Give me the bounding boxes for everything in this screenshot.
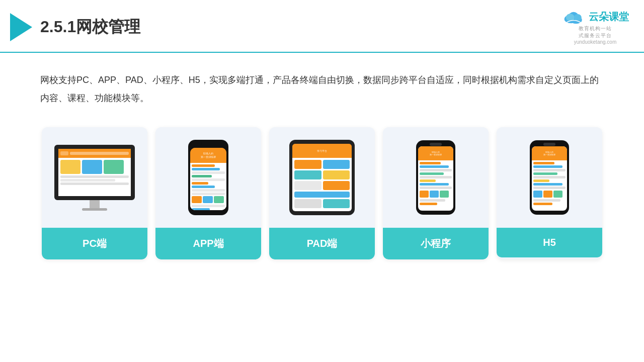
app-phone: 职场人的第一堂训练课 xyxy=(188,140,228,215)
tablet-screen: 学习平台 xyxy=(292,144,352,211)
pad-tablet: 学习平台 xyxy=(289,140,355,215)
logo-sub-text: 教育机构一站 式服务云平台 xyxy=(579,25,612,39)
card-mini-image: 职场人的第一堂训练课 xyxy=(383,127,489,228)
card-h5-label: H5 xyxy=(497,228,602,257)
h5-phone: 职场人的第一堂训练课 xyxy=(530,140,569,215)
card-app: 职场人的第一堂训练课 xyxy=(155,127,261,259)
monitor-screen xyxy=(54,145,135,200)
page-title: 2.5.1网校管理 xyxy=(40,16,140,38)
logo-domain: yunduoketang.com xyxy=(574,39,617,45)
card-mini: 职场人的第一堂训练课 xyxy=(383,127,489,259)
card-app-image: 职场人的第一堂训练课 xyxy=(155,127,261,228)
mini-phone-screen: 职场人的第一堂训练课 xyxy=(418,146,453,211)
card-mini-label: 小程序 xyxy=(383,228,489,259)
card-app-label: APP端 xyxy=(155,228,261,259)
svg-point-4 xyxy=(574,14,582,21)
phone-screen: 职场人的第一堂训练课 xyxy=(190,148,226,210)
card-h5-image: 职场人的第一堂训练课 xyxy=(497,127,602,228)
h5-phone-notch xyxy=(543,143,555,146)
play-icon xyxy=(10,13,32,41)
mini-phone: 职场人的第一堂训练课 xyxy=(416,140,455,215)
h5-phone-body: 职场人的第一堂训练课 xyxy=(530,140,569,215)
card-pc-label: PC端 xyxy=(42,228,147,259)
mini-phone-body: 职场人的第一堂训练课 xyxy=(416,140,455,215)
cloud-icon xyxy=(561,9,586,24)
header-left: 2.5.1网校管理 xyxy=(10,13,140,41)
description-text: 网校支持PC、APP、PAD、小程序、H5，实现多端打通，产品各终端自由切换，数… xyxy=(0,53,644,117)
card-pad-image: 学习平台 xyxy=(269,127,375,228)
page-header: 2.5.1网校管理 云朵课堂 教育机构一站 式服务云平台 yunduoketan… xyxy=(0,0,644,53)
card-pad: 学习平台 xyxy=(269,127,375,259)
card-pc: PC端 xyxy=(42,127,147,259)
phone-body: 职场人的第一堂训练课 xyxy=(188,140,228,215)
logo-area: 云朵课堂 教育机构一站 式服务云平台 yunduoketang.com xyxy=(561,9,629,45)
card-h5: 职场人的第一堂训练课 xyxy=(497,127,602,259)
card-pad-label: PAD端 xyxy=(269,228,375,259)
logo-text: 云朵课堂 xyxy=(589,10,629,24)
logo-cloud: 云朵课堂 xyxy=(561,9,629,24)
mini-phone-notch xyxy=(430,143,442,146)
card-pc-image xyxy=(42,127,147,228)
pc-monitor xyxy=(54,145,135,211)
cards-container: PC端 职场人的第一堂训练课 xyxy=(0,117,644,275)
tablet-body: 学习平台 xyxy=(289,140,355,215)
h5-phone-screen: 职场人的第一堂训练课 xyxy=(532,146,567,211)
phone-notch xyxy=(201,142,215,145)
